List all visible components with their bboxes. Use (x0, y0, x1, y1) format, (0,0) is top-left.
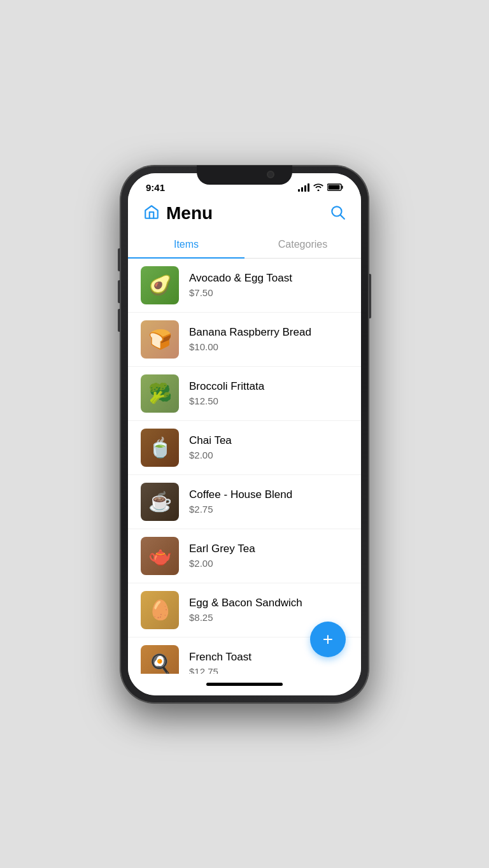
item-info: Coffee - House Blend $2.75 (189, 488, 348, 515)
phone-frame: 9:41 (120, 166, 369, 703)
home-indicator (128, 674, 361, 695)
home-bar (206, 683, 283, 686)
item-image: 🫖 (141, 537, 179, 575)
item-price: $12.50 (189, 395, 348, 406)
notch (197, 166, 292, 185)
item-image: ☕ (141, 483, 179, 521)
item-info: Avocado & Egg Toast $7.50 (189, 272, 348, 298)
item-name: Coffee - House Blend (189, 488, 348, 501)
header: Menu (128, 198, 361, 231)
item-info: Banana Raspberry Bread $10.00 (189, 326, 348, 352)
item-info: Earl Grey Tea $2.00 (189, 543, 348, 569)
item-image: 🥚 (141, 591, 179, 629)
item-name: Egg & Bacon Sandwich (189, 597, 348, 609)
tab-items[interactable]: Items (128, 231, 244, 258)
list-item[interactable]: ☕ Coffee - House Blend $2.75 (128, 475, 361, 529)
plus-icon: + (323, 630, 333, 648)
wifi-icon (313, 183, 323, 191)
item-image: 🥦 (141, 374, 179, 413)
svg-rect-1 (342, 186, 343, 189)
battery-icon (327, 183, 343, 191)
phone-screen: 9:41 (128, 173, 361, 695)
item-price: $10.00 (189, 341, 348, 352)
item-name: Avocado & Egg Toast (189, 272, 348, 285)
list-item[interactable]: 🥑 Avocado & Egg Toast $7.50 (128, 259, 361, 313)
page-title: Menu (166, 203, 213, 224)
item-image: 🍞 (141, 320, 179, 359)
home-icon[interactable] (143, 204, 160, 223)
list-item[interactable]: 🍵 Chai Tea $2.00 (128, 421, 361, 475)
add-item-button[interactable]: + (310, 622, 346, 657)
svg-line-4 (341, 215, 344, 218)
status-icons (298, 183, 343, 192)
tabs: Items Categories (128, 231, 361, 259)
svg-rect-2 (329, 185, 340, 190)
item-info: Egg & Bacon Sandwich $8.25 (189, 597, 348, 623)
item-image: 🥑 (141, 266, 179, 304)
header-left: Menu (143, 203, 213, 224)
item-price: $2.00 (189, 450, 348, 460)
list-item[interactable]: 🍞 Banana Raspberry Bread $10.00 (128, 313, 361, 367)
menu-list: 🥑 Avocado & Egg Toast $7.50 🍞 Banana Ras… (128, 259, 361, 674)
item-image: 🍵 (141, 429, 179, 467)
item-info: Broccoli Frittata $12.50 (189, 380, 348, 406)
item-info: Chai Tea $2.00 (189, 434, 348, 460)
tab-categories[interactable]: Categories (244, 231, 361, 258)
item-name: Broccoli Frittata (189, 380, 348, 393)
list-item[interactable]: 🫖 Earl Grey Tea $2.00 (128, 529, 361, 583)
item-name: Chai Tea (189, 434, 348, 447)
item-price: $12.75 (189, 666, 348, 674)
signal-icon (298, 183, 309, 192)
item-name: Banana Raspberry Bread (189, 326, 348, 339)
camera (267, 171, 274, 178)
item-image: 🍳 (141, 645, 179, 674)
item-price: $2.00 (189, 558, 348, 569)
status-time: 9:41 (146, 182, 165, 193)
item-price: $2.75 (189, 504, 348, 515)
item-name: Earl Grey Tea (189, 543, 348, 555)
search-icon[interactable] (329, 204, 346, 223)
list-item[interactable]: 🥦 Broccoli Frittata $12.50 (128, 367, 361, 421)
item-price: $7.50 (189, 287, 348, 298)
